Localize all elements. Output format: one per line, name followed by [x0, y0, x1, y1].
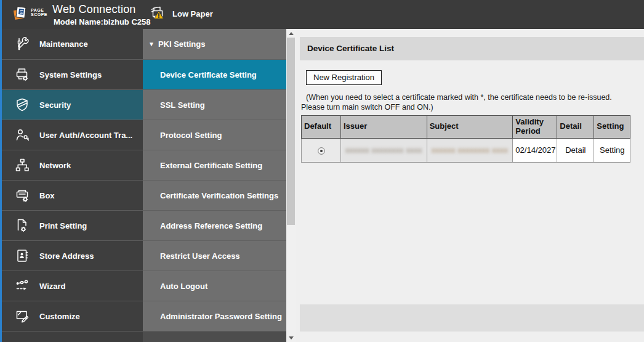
detail-button[interactable]: Detail [557, 138, 594, 162]
sidebar-item-store-address[interactable]: Store Address [0, 240, 143, 271]
sidebar-item-print-setting[interactable]: Print Setting [0, 210, 143, 240]
submenu-item-certificate-verification-settings[interactable]: Certificate Verification Settings [143, 180, 286, 210]
pagescope-web-connection-window: PAGE SCOPE Web Connection Model Name:biz… [0, 0, 644, 342]
header-validity-period: Validity Period [513, 116, 557, 139]
sidebar-overflow-item [0, 331, 143, 342]
submenu-nav: ▼ PKI Settings Device Certificate Settin… [143, 29, 286, 342]
table-header-row: Default Issuer Subject Validity Period D… [302, 116, 630, 139]
sidebar-nav: Maintenance System Settings Security Use… [0, 29, 143, 342]
certificate-table: Default Issuer Subject Validity Period D… [301, 115, 630, 163]
logo-wordmark: PAGE SCOPE [31, 8, 47, 17]
submenu-item-address-reference-setting[interactable]: Address Reference Setting [143, 210, 286, 240]
setting-button[interactable]: Setting [594, 138, 630, 162]
pagescope-logo-icon [11, 5, 30, 23]
main-content: Device Certificate List New Registration… [296, 29, 644, 342]
arrow-up-icon [289, 32, 294, 35]
header-setting: Setting [594, 116, 630, 139]
submenu-item-restrict-user-access[interactable]: Restrict User Access [143, 240, 286, 271]
certificate-note: (When you need to select a certificate m… [301, 93, 644, 112]
validity-period-value: 02/14/2027 [513, 138, 557, 162]
submenu-item-protocol-setting[interactable]: Protocol Setting [143, 120, 286, 150]
sidebar-item-system-settings[interactable]: System Settings [0, 59, 143, 89]
submenu-scrollbar[interactable] [286, 29, 296, 342]
status-label: Low Paper [172, 9, 213, 18]
left-edge-accent [0, 0, 2, 342]
printer-warning-icon [150, 4, 167, 23]
user-key-icon [14, 127, 30, 143]
arrow-down-icon [289, 336, 294, 340]
scrollbar-thumb[interactable] [287, 38, 295, 225]
wizard-steps-icon [14, 278, 30, 294]
submenu-item-device-certificate-setting[interactable]: Device Certificate Setting [143, 59, 286, 89]
sidebar-item-wizard[interactable]: Wizard [0, 271, 143, 301]
sidebar-item-box[interactable]: Box [0, 180, 143, 210]
brand: PAGE SCOPE Web Connection Model Name:biz… [11, 3, 150, 26]
printer-gear-icon [14, 67, 30, 83]
sidebar-item-user-auth[interactable]: User Auth/Account Tra... [0, 120, 143, 150]
submenu-item-administrator-password-setting[interactable]: Administrator Password Setting [143, 301, 286, 331]
header-detail: Detail [557, 116, 594, 139]
model-name: Model Name:bizhub C258 [54, 17, 150, 26]
scroll-down-button[interactable] [286, 333, 296, 342]
page-gear-icon [14, 218, 30, 234]
header-issuer: Issuer [341, 116, 427, 139]
submenu-overflow-item [143, 331, 286, 342]
subject-value-redacted: xxxxxx xxxxxxxx xxxx [432, 146, 509, 155]
submenu-item-external-certificate-setting[interactable]: External Certificate Setting [143, 150, 286, 180]
note-line-1: (When you need to select a certificate m… [301, 93, 644, 103]
header-default: Default [302, 116, 341, 139]
box-gear-icon [14, 187, 30, 203]
new-registration-button[interactable]: New Registration [306, 70, 382, 85]
header-subject: Subject [427, 116, 513, 139]
screen-pencil-icon [14, 308, 30, 324]
app-title: Web Connection [52, 3, 150, 16]
sidebar-item-network[interactable]: Network [0, 150, 143, 180]
default-radio[interactable] [318, 147, 325, 155]
shield-icon [14, 97, 30, 113]
page-title: Device Certificate List [300, 37, 644, 60]
note-line-2: Please turn main switch OFF and ON.) [301, 103, 644, 113]
device-status: Low Paper [150, 4, 213, 23]
submenu-item-ssl-setting[interactable]: SSL Setting [143, 89, 286, 120]
network-nodes-icon [14, 157, 30, 173]
sidebar-item-customize[interactable]: Customize [0, 301, 143, 331]
address-book-icon [14, 248, 30, 264]
footer-bar [300, 304, 644, 332]
issuer-value-redacted: xxxxxx xxxxxxxx xxxx [345, 146, 422, 155]
submenu-section-pki-settings[interactable]: ▼ PKI Settings [143, 29, 286, 59]
sidebar-item-maintenance[interactable]: Maintenance [0, 29, 143, 59]
scroll-up-button[interactable] [286, 29, 296, 38]
submenu-item-auto-logout[interactable]: Auto Logout [143, 271, 286, 301]
section-collapse-icon: ▼ [148, 41, 155, 47]
certificate-row: xxxxxx xxxxxxxx xxxx xxxxxx xxxxxxxx xxx… [302, 138, 630, 162]
sidebar-item-security[interactable]: Security [0, 89, 143, 120]
top-bar: PAGE SCOPE Web Connection Model Name:biz… [0, 0, 644, 29]
tools-icon [14, 36, 30, 52]
